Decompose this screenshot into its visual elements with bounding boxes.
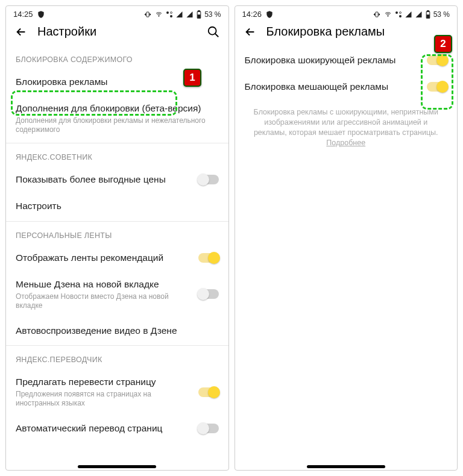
row-show-feeds[interactable]: Отображать ленты рекомендаций — [6, 245, 228, 271]
svg-point-11 — [395, 11, 398, 14]
back-button[interactable] — [14, 25, 28, 39]
divider — [6, 221, 228, 222]
svg-point-4 — [171, 11, 172, 13]
signal-icon — [175, 11, 183, 18]
svg-point-10 — [388, 16, 388, 16]
nav-bar — [235, 462, 458, 470]
battery-percent: 53 % — [204, 10, 221, 19]
row-sublabel: Предложения появятся на страницах на ино… — [16, 390, 192, 408]
row-blocking-addons[interactable]: Дополнения для блокировки (бета-версия) … — [6, 95, 228, 142]
annotation-callout-2: 2 — [434, 35, 452, 53]
toggle-offer-translate[interactable] — [198, 387, 219, 397]
svg-rect-16 — [427, 14, 429, 17]
signal-icon — [186, 11, 194, 18]
row-label: Автоматический перевод страниц — [16, 422, 192, 434]
row-block-shocking[interactable]: Блокировка шокирующей рекламы — [235, 47, 458, 74]
signal-icon — [405, 11, 412, 18]
divider — [6, 143, 228, 143]
row-label: Блокировка мешающей рекламы — [245, 81, 421, 93]
nav-bar — [6, 462, 228, 470]
row-label: Блокировка шокирующей рекламы — [245, 54, 421, 66]
toggle-less-zen[interactable] — [198, 289, 219, 299]
row-less-zen[interactable]: Меньше Дзена на новой вкладке Отображаем… — [6, 271, 228, 318]
row-auto-translate[interactable]: Автоматический перевод страниц — [6, 415, 228, 438]
info-link[interactable]: Подробнее — [326, 139, 365, 147]
row-label: Настроить — [16, 200, 219, 212]
back-button[interactable] — [244, 25, 257, 39]
status-time: 14:25 — [13, 10, 33, 19]
svg-rect-6 — [198, 10, 200, 11]
status-time: 14:26 — [242, 10, 262, 19]
row-label: Предлагать перевести страницу — [16, 376, 192, 388]
toggle-auto-translate[interactable] — [198, 424, 219, 433]
nav-pill[interactable] — [78, 465, 156, 468]
data-icon — [166, 11, 173, 18]
section-translator: ЯНДЕКС.ПЕРЕВОДЧИК — [6, 347, 228, 369]
vibrate-icon — [143, 11, 152, 18]
vibrate-icon — [373, 11, 381, 18]
svg-point-13 — [399, 11, 401, 13]
annotation-callout-1: 1 — [183, 69, 201, 87]
battery-icon — [425, 10, 431, 19]
shield-icon — [37, 10, 45, 19]
svg-rect-7 — [198, 14, 200, 17]
row-label: Меньше Дзена на новой вкладке — [16, 278, 192, 290]
page-title: Настройки — [37, 25, 197, 39]
status-bar: 14:25 53 % — [6, 6, 228, 20]
row-label: Дополнения для блокировки (бета-версия) — [16, 102, 219, 114]
arrow-left-icon — [14, 25, 28, 39]
row-label: Отображать ленты рекомендаций — [16, 252, 192, 264]
arrow-left-icon — [244, 25, 257, 39]
app-bar: Настройки — [6, 20, 228, 47]
phone-left: 14:25 53 % Настройки БЛОКИРОВКА СОДЕРЖИМ… — [5, 5, 229, 471]
svg-point-8 — [208, 27, 216, 34]
row-sublabel: Дополнения для блокировки рекламы и неже… — [16, 116, 219, 134]
toggle-better-prices[interactable] — [198, 175, 219, 184]
data-icon — [395, 11, 402, 18]
signal-icon — [415, 11, 423, 18]
wifi-icon — [383, 11, 392, 18]
section-sovetnik: ЯНДЕКС.СОВЕТНИК — [6, 145, 228, 166]
row-block-annoying[interactable]: Блокировка мешающей рекламы — [235, 74, 458, 100]
toggle-block-shocking[interactable] — [427, 55, 447, 65]
toggle-block-annoying[interactable] — [427, 82, 447, 92]
search-icon — [207, 25, 220, 39]
svg-rect-9 — [376, 12, 378, 17]
battery-icon — [196, 10, 202, 19]
row-autoplay-zen[interactable]: Автовоспроизведение видео в Дзене — [6, 318, 228, 344]
app-bar: Блокировка рекламы — [235, 20, 458, 47]
svg-point-2 — [166, 11, 169, 14]
row-better-prices[interactable]: Показывать более выгодные цены — [6, 166, 228, 193]
svg-point-1 — [159, 16, 159, 16]
divider — [6, 345, 228, 346]
toggle-show-feeds[interactable] — [198, 253, 219, 263]
section-content-blocking: БЛОКИРОВКА СОДЕРЖИМОГО — [6, 47, 228, 69]
svg-rect-15 — [427, 10, 429, 11]
section-feeds: ПЕРСОНАЛЬНЫЕ ЛЕНТЫ — [6, 223, 228, 245]
svg-rect-0 — [146, 12, 149, 17]
search-button[interactable] — [207, 25, 220, 39]
svg-point-12 — [399, 15, 402, 17]
nav-pill[interactable] — [307, 465, 385, 468]
row-sublabel: Отображаем Новости вместо Дзена на новой… — [16, 292, 192, 310]
row-label: Показывать более выгодные цены — [16, 174, 192, 186]
page-title: Блокировка рекламы — [266, 25, 449, 39]
row-configure-sovetnik[interactable]: Настроить — [6, 193, 228, 219]
status-bar: 14:26 53 % — [235, 6, 458, 20]
wifi-icon — [154, 11, 163, 18]
row-offer-translate[interactable]: Предлагать перевести страницу Предложени… — [6, 369, 228, 415]
svg-point-3 — [170, 15, 172, 17]
shield-icon — [265, 10, 274, 19]
info-text: Блокировка рекламы с шокирующими, неприя… — [235, 100, 458, 155]
battery-percent: 53 % — [433, 10, 450, 19]
row-label: Автовоспроизведение видео в Дзене — [16, 325, 219, 337]
phone-right: 14:26 53 % Блокировка рекламы Блокировка… — [235, 5, 458, 471]
